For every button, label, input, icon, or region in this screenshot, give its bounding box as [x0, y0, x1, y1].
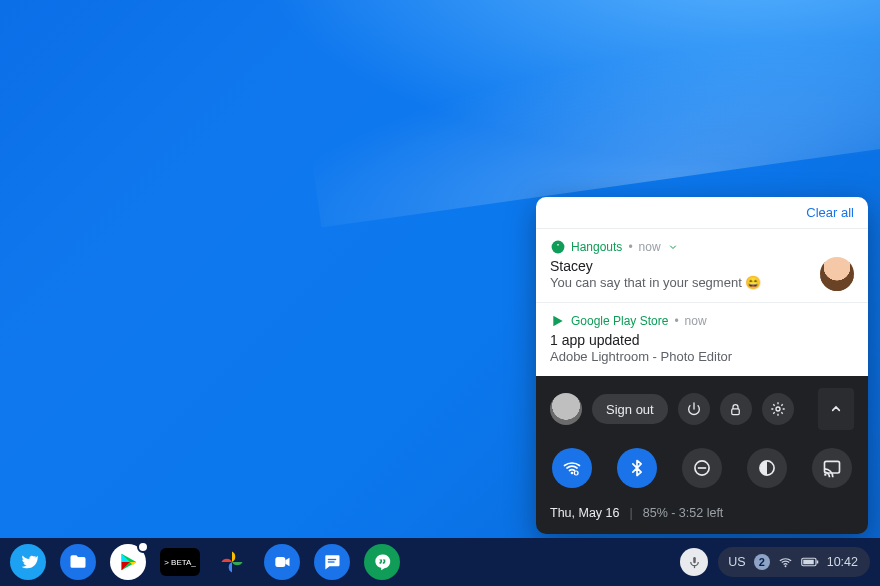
svg-point-22 — [784, 565, 786, 567]
svg-marker-2 — [553, 315, 562, 326]
shelf-app-duo[interactable] — [264, 544, 300, 580]
clear-all-button[interactable]: Clear all — [536, 197, 868, 229]
svg-rect-11 — [825, 461, 840, 473]
shelf-pinned-apps: > BETA_ — [10, 544, 400, 580]
notification-time: now — [639, 240, 661, 254]
shelf: > BETA_ US 2 — [0, 538, 880, 586]
assistant-mic-button[interactable] — [680, 548, 708, 576]
shelf-app-crosh-beta[interactable]: > BETA_ — [160, 548, 200, 576]
notification-app-name: Hangouts — [571, 240, 622, 254]
separator-dot: • — [674, 314, 678, 328]
notifications-area: Clear all ” Hangouts • now Stacey You ca… — [536, 197, 868, 376]
svg-rect-17 — [275, 557, 285, 567]
svg-rect-20 — [693, 556, 696, 562]
quick-settings-footer: Thu, May 16 | 85% - 3:52 left — [536, 496, 868, 534]
shelf-app-hangouts[interactable] — [364, 544, 400, 580]
quick-settings-top-row: Sign out — [536, 376, 868, 436]
sender-avatar — [820, 257, 854, 291]
ime-indicator: US — [728, 555, 745, 569]
shelf-app-play-store[interactable] — [110, 544, 146, 580]
chevron-down-icon[interactable] — [667, 241, 679, 253]
separator: | — [629, 506, 632, 520]
play-store-update-badge-icon — [137, 541, 149, 553]
beta-label: > BETA_ — [164, 558, 196, 567]
hangouts-icon: ” — [550, 239, 565, 254]
user-avatar[interactable] — [550, 393, 582, 425]
quick-settings: Sign out — [536, 376, 868, 534]
quick-toggles-row — [536, 436, 868, 496]
svg-point-5 — [571, 472, 574, 475]
shelf-status-area: US 2 10:42 — [680, 547, 870, 577]
notification-time: now — [685, 314, 707, 328]
separator-dot: • — [628, 240, 632, 254]
shelf-app-twitter[interactable] — [10, 544, 46, 580]
quick-settings-panel: Clear all ” Hangouts • now Stacey You ca… — [536, 197, 868, 534]
notification-item[interactable]: Google Play Store • now 1 app updated Ad… — [536, 303, 868, 376]
settings-button[interactable] — [762, 393, 794, 425]
svg-rect-25 — [816, 561, 818, 564]
notification-title: Stacey — [550, 258, 854, 274]
wifi-toggle[interactable] — [552, 448, 592, 488]
notification-app-row: Google Play Store • now — [550, 313, 854, 328]
sign-out-button[interactable]: Sign out — [592, 394, 668, 424]
wifi-icon — [778, 555, 793, 570]
power-button[interactable] — [678, 393, 710, 425]
notification-app-name: Google Play Store — [571, 314, 668, 328]
notification-body: Adobe Lightroom - Photo Editor — [550, 349, 854, 364]
battery-status: 85% - 3:52 left — [643, 506, 724, 520]
svg-point-4 — [776, 407, 780, 411]
svg-rect-3 — [732, 408, 740, 414]
notification-app-row: ” Hangouts • now — [550, 239, 854, 254]
play-store-icon — [550, 313, 565, 328]
clock-label: 10:42 — [827, 555, 858, 569]
svg-rect-7 — [575, 472, 577, 475]
shelf-app-files[interactable] — [60, 544, 96, 580]
shelf-app-photos[interactable] — [214, 544, 250, 580]
collapse-panel-button[interactable] — [818, 388, 854, 430]
do-not-disturb-toggle[interactable] — [682, 448, 722, 488]
date-label: Thu, May 16 — [550, 506, 619, 520]
battery-icon — [801, 556, 819, 568]
cast-toggle[interactable] — [812, 448, 852, 488]
wallpaper-highlight — [285, 0, 880, 227]
status-tray[interactable]: US 2 10:42 — [718, 547, 870, 577]
lock-button[interactable] — [720, 393, 752, 425]
notification-body: You can say that in your segment 😄 — [550, 275, 854, 290]
notification-count-badge: 2 — [754, 554, 770, 570]
shelf-app-messages[interactable] — [314, 544, 350, 580]
notification-title: 1 app updated — [550, 332, 854, 348]
bluetooth-toggle[interactable] — [617, 448, 657, 488]
notification-item[interactable]: ” Hangouts • now Stacey You can say that… — [536, 229, 868, 303]
svg-point-12 — [824, 474, 826, 476]
night-light-toggle[interactable] — [747, 448, 787, 488]
svg-rect-24 — [803, 560, 814, 565]
